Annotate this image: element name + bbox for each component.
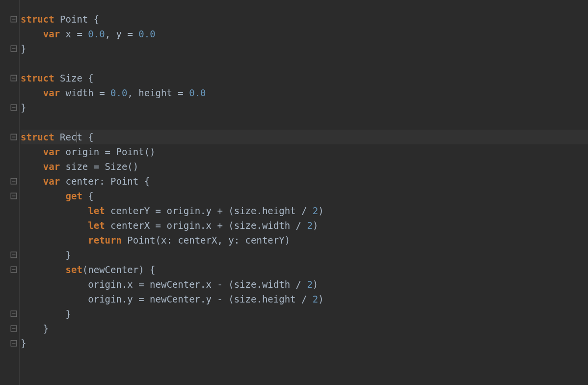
code-token: get bbox=[66, 191, 88, 201]
code-token: 2 bbox=[307, 220, 312, 231]
code-line[interactable]: } bbox=[21, 321, 588, 336]
code-token: x = bbox=[66, 28, 88, 39]
code-token: } bbox=[21, 323, 49, 334]
code-line[interactable]: set(newCenter) { bbox=[21, 262, 588, 277]
code-token bbox=[21, 87, 43, 98]
text-caret bbox=[77, 132, 77, 142]
code-line[interactable]: } bbox=[21, 336, 588, 351]
code-token: (newCenter) { bbox=[82, 264, 156, 275]
code-line[interactable]: origin.y = newCenter.y - (size.height / … bbox=[21, 292, 588, 306]
code-line[interactable]: var width = 0.0, height = 0.0 bbox=[21, 85, 588, 100]
code-token: ) bbox=[313, 220, 318, 231]
code-token: var bbox=[43, 176, 66, 187]
code-token: origin.y = newCenter.y - (size.height / bbox=[21, 294, 313, 304]
code-token: let bbox=[88, 205, 110, 216]
code-token: struct bbox=[21, 14, 60, 25]
code-token: ) bbox=[313, 279, 318, 290]
code-token: origin.x = newCenter.x - (size.width / bbox=[21, 279, 307, 290]
code-token: return bbox=[88, 235, 127, 246]
fold-open-icon[interactable] bbox=[10, 192, 18, 200]
code-token bbox=[21, 146, 43, 157]
code-token: Size bbox=[60, 73, 88, 83]
code-line[interactable]: return Point(x: centerX, y: centerY) bbox=[21, 233, 588, 248]
code-token: } bbox=[21, 102, 26, 113]
fold-open-icon[interactable] bbox=[10, 74, 18, 82]
fold-close-icon[interactable] bbox=[10, 104, 18, 111]
code-token: set bbox=[66, 264, 82, 275]
code-token: 2 bbox=[313, 205, 318, 216]
code-line[interactable]: get { bbox=[21, 189, 588, 203]
code-token: } bbox=[21, 249, 71, 260]
code-line[interactable] bbox=[21, 56, 588, 71]
code-line[interactable]: } bbox=[21, 41, 588, 56]
code-token: Rect bbox=[60, 132, 88, 142]
code-line[interactable]: struct Rect { bbox=[21, 130, 588, 144]
fold-close-icon[interactable] bbox=[10, 251, 18, 259]
code-token: centerY = origin.y + (size.height / bbox=[110, 205, 313, 216]
code-line[interactable] bbox=[21, 115, 588, 130]
code-token bbox=[21, 161, 43, 172]
fold-open-icon[interactable] bbox=[10, 15, 18, 23]
fold-close-icon[interactable] bbox=[10, 325, 18, 332]
code-token: 0.0 bbox=[138, 28, 155, 39]
fold-close-icon[interactable] bbox=[10, 310, 18, 318]
code-token bbox=[21, 235, 88, 246]
code-token: struct bbox=[21, 73, 60, 83]
code-token: struct bbox=[21, 132, 60, 142]
editor-gutter bbox=[0, 0, 20, 385]
code-token: height = bbox=[138, 87, 189, 98]
code-token: size = Size() bbox=[66, 161, 139, 172]
code-token: y = bbox=[116, 28, 139, 39]
code-line[interactable]: struct Point { bbox=[21, 12, 588, 27]
code-token: } bbox=[21, 308, 71, 319]
code-token: , bbox=[105, 28, 116, 39]
code-token: } bbox=[21, 338, 26, 349]
code-line[interactable]: var center: Point { bbox=[21, 174, 588, 189]
code-token: origin = Point() bbox=[66, 146, 156, 157]
code-token: center: Point { bbox=[66, 176, 150, 187]
code-token: ) bbox=[318, 205, 323, 216]
code-token: , bbox=[127, 87, 138, 98]
code-token: centerX = origin.x + (size.width / bbox=[110, 220, 307, 231]
fold-open-icon[interactable] bbox=[10, 266, 18, 274]
code-token bbox=[21, 205, 88, 216]
code-line[interactable]: let centerY = origin.y + (size.height / … bbox=[21, 203, 588, 218]
code-token: var bbox=[43, 161, 66, 172]
fold-open-icon[interactable] bbox=[10, 133, 18, 141]
code-token: 0.0 bbox=[189, 87, 206, 98]
code-token: { bbox=[94, 14, 99, 25]
code-token: let bbox=[88, 220, 110, 231]
code-token bbox=[21, 28, 43, 39]
code-token: 0.0 bbox=[110, 87, 127, 98]
fold-open-icon[interactable] bbox=[10, 177, 18, 185]
fold-close-icon[interactable] bbox=[10, 339, 18, 347]
code-editor[interactable]: struct Point { var x = 0.0, y = 0.0}stru… bbox=[0, 0, 588, 385]
code-token: var bbox=[43, 87, 66, 98]
code-token: { bbox=[88, 191, 93, 201]
code-token: Point bbox=[60, 14, 94, 25]
code-line[interactable]: } bbox=[21, 100, 588, 115]
code-token: 0.0 bbox=[88, 28, 105, 39]
code-area[interactable]: struct Point { var x = 0.0, y = 0.0}stru… bbox=[20, 0, 588, 385]
code-token bbox=[21, 176, 43, 187]
code-token: { bbox=[88, 73, 93, 83]
fold-close-icon[interactable] bbox=[10, 45, 18, 53]
code-token: 2 bbox=[313, 294, 318, 304]
code-line[interactable]: struct Size { bbox=[21, 71, 588, 85]
code-token bbox=[21, 191, 66, 201]
code-line[interactable]: var size = Size() bbox=[21, 159, 588, 174]
code-token bbox=[21, 264, 66, 275]
code-token: var bbox=[43, 146, 66, 157]
code-token: 2 bbox=[307, 279, 312, 290]
code-line[interactable]: var x = 0.0, y = 0.0 bbox=[21, 27, 588, 41]
code-token bbox=[21, 220, 88, 231]
code-token: } bbox=[21, 43, 26, 54]
code-line[interactable]: var origin = Point() bbox=[21, 144, 588, 159]
code-token: width = bbox=[66, 87, 111, 98]
code-line[interactable]: origin.x = newCenter.x - (size.width / 2… bbox=[21, 277, 588, 292]
code-line[interactable]: let centerX = origin.x + (size.width / 2… bbox=[21, 218, 588, 233]
code-line[interactable]: } bbox=[21, 306, 588, 321]
code-line[interactable]: } bbox=[21, 248, 588, 262]
code-token: { bbox=[88, 132, 93, 142]
code-token: Point(x: centerX, y: centerY) bbox=[127, 235, 290, 246]
